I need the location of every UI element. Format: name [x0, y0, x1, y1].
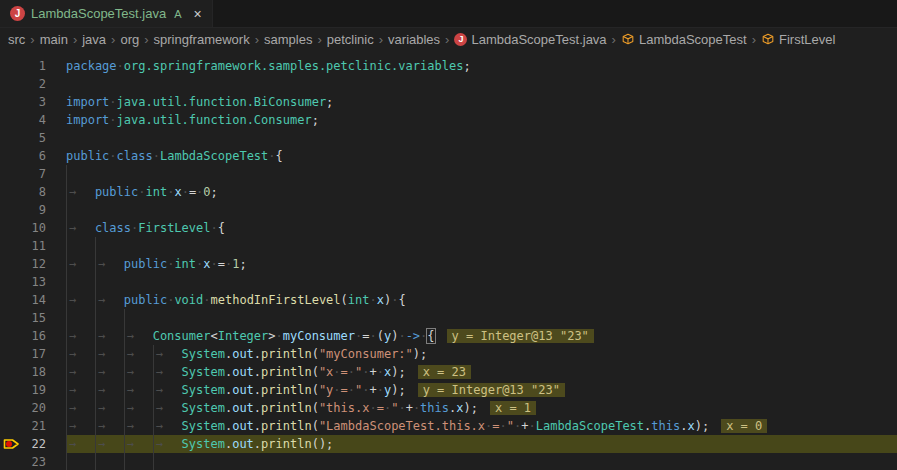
code-line[interactable]	[66, 309, 897, 327]
tab-whitespace-arrow: →	[124, 399, 153, 417]
chevron-separator-icon: ›	[144, 32, 148, 47]
tab-whitespace-arrow: →	[95, 363, 124, 381]
line-number[interactable]: 7	[0, 165, 66, 183]
line-number[interactable]: 8	[0, 183, 66, 201]
code-token: "x	[319, 365, 333, 379]
code-line[interactable]: →→→Consumer<Integer>·myConsumer·=·(y)·->…	[66, 327, 897, 345]
line-number[interactable]: 14	[0, 291, 66, 309]
tab-whitespace-arrow: →	[124, 327, 153, 345]
code-line[interactable]: →→public·int·x·=·1;	[66, 255, 897, 273]
code-token: System	[182, 365, 225, 379]
code-token: x	[174, 185, 181, 199]
code-line[interactable]: →→→→System.out.println("y·=·"·+·y);y = I…	[66, 381, 897, 399]
code-token: (	[312, 347, 319, 361]
code-line[interactable]: →→→→System.out.println("LambdaScopeTest.…	[66, 417, 897, 435]
line-number[interactable]: 20	[0, 399, 66, 417]
tab-whitespace-arrow: →	[153, 345, 182, 363]
line-number[interactable]: 12	[0, 255, 66, 273]
code-token: out	[232, 437, 254, 451]
line-number[interactable]: 3	[0, 93, 66, 111]
code-line[interactable]: →→→→System.out.println("x·=·"·+·x);x = 2…	[66, 363, 897, 381]
code-token: ();	[312, 437, 334, 451]
line-number[interactable]: 17	[0, 345, 66, 363]
code-line[interactable]	[66, 453, 897, 470]
close-icon[interactable]: ×	[194, 7, 202, 21]
code-token: System	[182, 401, 225, 415]
line-number[interactable]: 2	[0, 75, 66, 93]
breadcrumb-item-variables[interactable]: variables	[388, 32, 440, 47]
code-token: int	[348, 293, 370, 307]
code-line[interactable]	[66, 165, 897, 183]
code-token: {	[218, 221, 225, 235]
line-number[interactable]: 19	[0, 381, 66, 399]
code-line-row: 14→→public·void·methodInFirstLevel(int·x…	[0, 291, 897, 309]
line-number[interactable]: 1	[0, 57, 66, 75]
line-number[interactable]: 16	[0, 327, 66, 345]
code-line[interactable]: →→→→System.out.println("myConsumer:");	[66, 345, 897, 363]
tab-whitespace-arrow: →	[66, 345, 95, 363]
code-line-row: 15	[0, 309, 897, 327]
code-token: println	[261, 437, 312, 451]
code-line[interactable]: →→→→System.out.println("this.x·=·"·+·thi…	[66, 399, 897, 417]
code-line[interactable]: →class·FirstLevel·{	[66, 219, 897, 237]
whitespace-dot: ·	[109, 95, 116, 109]
line-number[interactable]: 9	[0, 201, 66, 219]
code-token: =	[341, 383, 348, 397]
code-line-row: 16→→→Consumer<Integer>·myConsumer·=·(y)·…	[0, 327, 897, 345]
breadcrumb-item-samples[interactable]: samples	[264, 32, 312, 47]
code-line[interactable]	[66, 75, 897, 93]
java-file-icon: J	[10, 6, 25, 21]
line-number[interactable]: 13	[0, 273, 66, 291]
code-line-row: 20→→→→System.out.println("this.x·=·"·+·t…	[0, 399, 897, 417]
code-line[interactable]	[66, 129, 897, 147]
breadcrumb-item-firstlevel[interactable]: FirstLevel	[761, 32, 835, 47]
breakpoint-current-line-icon[interactable]	[3, 437, 20, 451]
line-number[interactable]: 5	[0, 129, 66, 147]
whitespace-dot: ·	[362, 383, 369, 397]
breadcrumb-item-main[interactable]: main	[40, 32, 68, 47]
breadcrumb-item-petclinic[interactable]: petclinic	[327, 32, 374, 47]
code-line-row: 17→→→→System.out.println("myConsumer:");	[0, 345, 897, 363]
line-number[interactable]: 10	[0, 219, 66, 237]
line-number[interactable]: 23	[0, 453, 66, 470]
tab-whitespace-arrow: →	[66, 327, 95, 345]
breadcrumb-item-lambdascopetest[interactable]: LambdaScopeTest	[621, 32, 747, 47]
code-token: class	[117, 149, 153, 163]
code-line[interactable]	[66, 273, 897, 291]
line-number[interactable]: 21	[0, 417, 66, 435]
chevron-separator-icon: ›	[30, 32, 34, 47]
code-line[interactable]: →→public·void·methodInFirstLevel(int·x)·…	[66, 291, 897, 309]
code-token: ;	[239, 257, 246, 271]
code-token: .	[254, 401, 261, 415]
code-token: println	[261, 419, 312, 433]
breadcrumb-item-lambdascopetest-java[interactable]: JLambdaScopeTest.java	[454, 32, 606, 47]
editor-tab[interactable]: J LambdaScopeTest.java A ×	[0, 0, 213, 27]
line-number[interactable]: 18	[0, 363, 66, 381]
whitespace-dot: ·	[362, 365, 369, 379]
code-line[interactable]	[66, 237, 897, 255]
tab-whitespace-arrow: →	[124, 435, 153, 453]
code-line[interactable]: public·class·LambdaScopeTest·{	[66, 147, 897, 165]
line-number[interactable]: 11	[0, 237, 66, 255]
code-line[interactable]: →→→→System.out.println();	[66, 435, 897, 453]
code-token: (	[312, 365, 319, 379]
breadcrumb-item-springframework[interactable]: springframework	[154, 32, 250, 47]
code-line-row: 22→→→→System.out.println();	[0, 435, 897, 453]
code-line-row: 7	[0, 165, 897, 183]
code-editor: 1package·org.springframework.samples.pet…	[0, 50, 897, 470]
code-token: x	[203, 257, 210, 271]
breadcrumb-item-org[interactable]: org	[120, 32, 139, 47]
breadcrumb-item-java[interactable]: java	[82, 32, 106, 47]
code-token: out	[232, 401, 254, 415]
whitespace-dot: ·	[109, 113, 116, 127]
code-line[interactable]: import·java.util.function.BiConsumer;	[66, 93, 897, 111]
code-line[interactable]	[66, 201, 897, 219]
tab-whitespace-arrow: →	[95, 345, 124, 363]
line-number[interactable]: 6	[0, 147, 66, 165]
line-number[interactable]: 4	[0, 111, 66, 129]
code-line[interactable]: package·org.springframework.samples.petc…	[66, 57, 897, 75]
breadcrumb-item-src[interactable]: src	[8, 32, 25, 47]
code-line[interactable]: →public·int·x·=·0;	[66, 183, 897, 201]
line-number[interactable]: 15	[0, 309, 66, 327]
code-line[interactable]: import·java.util.function.Consumer;	[66, 111, 897, 129]
